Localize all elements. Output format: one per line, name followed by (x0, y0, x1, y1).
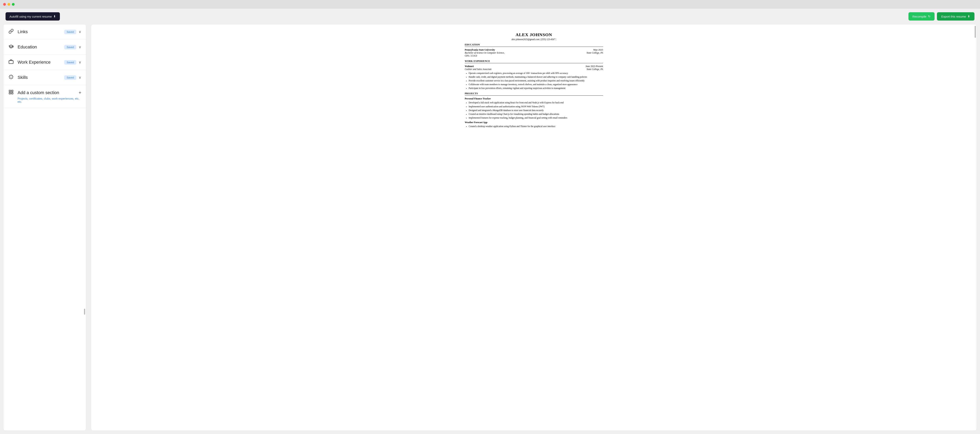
custom-section-header: Add a custom section + (8, 89, 81, 96)
resume-project-weather-title: Weather Forecast App (465, 121, 603, 124)
work-experience-icon (8, 59, 14, 65)
resume-work-bullets: Operate computerized cash registers, pro… (469, 72, 603, 90)
links-chevron-icon: ∨ (79, 30, 81, 34)
bullet-item: Provide excellent customer service in a … (469, 79, 603, 82)
resume-content: ALEX JOHNSON alex.johnson2025@gmail.com … (465, 32, 603, 128)
section-item-links[interactable]: Links Saved ∨ (3, 24, 86, 40)
resume-work-subtitle: Cashier and Sales Associate (465, 68, 492, 71)
resume-work-date: June 2022-Present (585, 65, 603, 68)
resume-edu-subtitle: Bachelor of Science in Computer Science, (465, 51, 504, 54)
bullet-item: Participate in loss prevention efforts, … (469, 87, 603, 90)
education-saved-badge: Saved (64, 45, 76, 49)
svg-rect-11 (9, 92, 11, 94)
main-content: Links Saved ∨ Education Saved ∨ (0, 24, 980, 434)
work-experience-saved-badge: Saved (64, 60, 76, 65)
resume-work-title: WORK EXPERIENCE (465, 60, 603, 63)
maximize-button[interactable] (12, 3, 14, 6)
resume-project-weather: Weather Forecast App Created a desktop w… (465, 121, 603, 128)
svg-rect-9 (9, 90, 11, 92)
svg-line-8 (12, 75, 13, 76)
resume-work-org: Walmart (465, 65, 474, 68)
toolbar: Autofill using my current resume ⬇ Recom… (0, 9, 980, 24)
skills-saved-badge: Saved (64, 75, 76, 80)
work-experience-label: Work Experience (18, 60, 64, 65)
download-icon: ⬇ (53, 14, 56, 18)
custom-section-icon (8, 89, 14, 96)
section-item-education[interactable]: Education Saved ∨ (3, 40, 86, 55)
section-item-work-experience[interactable]: Work Experience Saved ∨ (3, 55, 86, 70)
recompile-label: Recompile (912, 15, 926, 18)
left-panel: Links Saved ∨ Education Saved ∨ (3, 24, 86, 431)
skills-chevron-icon: ∨ (79, 75, 81, 79)
resume-edu-date: May 2025 (593, 48, 603, 51)
close-button[interactable] (3, 3, 6, 6)
skills-icon (8, 74, 14, 81)
custom-section-subtitle: Projects, certificates, clubs, work expe… (18, 97, 81, 103)
recompile-button[interactable]: Recompile ↻ (908, 12, 935, 21)
toolbar-right: Recompile ↻ Export this resume ⬇ (908, 12, 974, 21)
custom-section-label: Add a custom section (18, 90, 79, 95)
resume-education-entry: Pennsylvania State University May 2025 B… (465, 48, 603, 57)
svg-line-3 (10, 75, 10, 76)
svg-rect-12 (11, 92, 13, 94)
export-label: Export this resume (941, 15, 966, 18)
education-label: Education (18, 45, 64, 49)
svg-rect-10 (11, 90, 13, 92)
links-label: Links (18, 29, 64, 34)
svg-rect-0 (9, 61, 13, 64)
section-item-skills[interactable]: Skills Saved ∨ (3, 70, 86, 85)
title-bar (0, 0, 980, 9)
links-saved-badge: Saved (64, 30, 76, 34)
export-download-icon: ⬇ (967, 14, 970, 18)
resume-project-finance: Personal Finance Tracker Developed a ful… (465, 97, 603, 119)
resume-name: ALEX JOHNSON (465, 32, 603, 37)
resume-preview-panel: ALEX JOHNSON alex.johnson2025@gmail.com … (91, 24, 977, 431)
resume-project-bullets: Developed a full-stack web application u… (469, 101, 603, 119)
minimize-button[interactable] (8, 3, 10, 6)
svg-line-4 (12, 78, 13, 78)
resume-work-location: State College, PA (587, 68, 603, 71)
resume-education-title: EDUCATION (465, 43, 603, 47)
bullet-item: Implemented user authentication and auth… (469, 105, 603, 108)
right-scroll-indicator (975, 26, 976, 38)
scroll-indicator (84, 309, 85, 315)
autofill-button[interactable]: Autofill using my current resume ⬇ (6, 12, 60, 21)
bullet-item: Created a desktop weather application us… (469, 125, 603, 128)
app-window: Autofill using my current resume ⬇ Recom… (0, 9, 980, 434)
resume-scroll-area[interactable]: ALEX JOHNSON alex.johnson2025@gmail.com … (91, 24, 977, 431)
export-button[interactable]: Export this resume ⬇ (937, 12, 974, 21)
resume-edu-location: State College, PA (587, 51, 603, 54)
bullet-item: Operate computerized cash registers, pro… (469, 72, 603, 75)
bullet-item: Collaborate with team members to manage … (469, 83, 603, 86)
skills-label: Skills (18, 75, 64, 80)
bullet-item: Created an intuitive dashboard using Cha… (469, 113, 603, 116)
bullet-item: Handle cash, credit, and digital payment… (469, 75, 603, 78)
refresh-icon: ↻ (928, 14, 931, 18)
add-custom-section[interactable]: Add a custom section + Projects, certifi… (3, 85, 86, 108)
education-icon (8, 44, 14, 50)
resume-edu-org: Pennsylvania State University (465, 48, 495, 51)
bullet-item: Designed and integrated a MongoDB databa… (469, 109, 603, 112)
resume-project-weather-bullets: Created a desktop weather application us… (469, 125, 603, 128)
resume-projects-title: PROJECTS (465, 92, 603, 95)
bullet-item: Developed a full-stack web application u… (469, 101, 603, 104)
resume-work-entry-walmart: Walmart June 2022-Present Cashier and Sa… (465, 65, 603, 90)
links-icon (8, 29, 14, 35)
svg-line-7 (10, 78, 10, 78)
resume-edu-gpa: GPA: 3.5/4.0 (465, 54, 603, 57)
bullet-item: Implemented features for expense trackin… (469, 116, 603, 119)
plus-icon: + (79, 90, 81, 95)
resume-project-title: Personal Finance Tracker (465, 97, 603, 100)
education-chevron-icon: ∨ (79, 45, 81, 49)
resume-contact: alex.johnson2025@gmail.com | (555) 123-4… (465, 38, 603, 41)
autofill-label: Autofill using my current resume (10, 15, 52, 18)
work-experience-chevron-icon: ∨ (79, 60, 81, 64)
